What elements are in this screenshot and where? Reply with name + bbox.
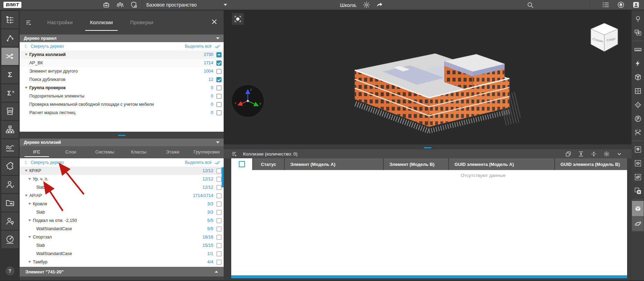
- isolate-selection-button[interactable]: [632, 142, 644, 156]
- floor-plan-button[interactable]: [632, 84, 644, 98]
- splitter-handle[interactable]: [118, 135, 126, 136]
- tree-caret-icon[interactable]: [25, 195, 28, 197]
- tree-caret-icon[interactable]: [28, 219, 31, 222]
- plugins-button[interactable]: [1, 158, 19, 175]
- chevron-down-icon[interactable]: [216, 37, 219, 39]
- shared-folder-button[interactable]: [1, 194, 19, 212]
- tree-caret-icon[interactable]: [28, 178, 31, 180]
- collision-tree-row[interactable]: Спортзал16/16: [20, 233, 224, 241]
- tree-row-checkbox[interactable]: [216, 69, 222, 74]
- rules-tree-row[interactable]: Расчет марша лестниц0: [20, 109, 224, 117]
- clash-distance-button[interactable]: 12: [632, 125, 644, 139]
- rules-tree-row[interactable]: АР_ВК1714: [20, 59, 224, 67]
- rules-tree-header[interactable]: Дерево правил: [20, 35, 224, 42]
- select-all-checkbox-cell[interactable]: [231, 158, 252, 170]
- close-icon[interactable]: [211, 18, 218, 26]
- totals-button[interactable]: Σ: [1, 66, 19, 83]
- element-bar[interactable]: Элемент "741-20": [20, 267, 224, 277]
- rules-tree-row[interactable]: Группа проверок0: [20, 84, 224, 92]
- collision-tab-слои[interactable]: Слои: [54, 146, 88, 158]
- team-icon[interactable]: [116, 1, 124, 9]
- chevron-down-icon[interactable]: [216, 141, 219, 143]
- column-header[interactable]: Статус: [253, 158, 284, 170]
- collision-tab-этажи[interactable]: Этажи: [156, 146, 190, 158]
- panel-menu-icon[interactable]: [25, 19, 33, 26]
- help-button[interactable]: ?: [6, 266, 14, 275]
- clear-selection-button[interactable]: [632, 184, 644, 198]
- tree-row-checkbox[interactable]: [216, 185, 222, 190]
- tree-caret-icon[interactable]: [25, 87, 28, 89]
- rules-tree-row[interactable]: Поиск дубликатов12: [20, 75, 224, 84]
- select-region-button[interactable]: [632, 26, 644, 39]
- tree-caret-icon[interactable]: [25, 170, 28, 172]
- tab-настройки[interactable]: Настройки: [42, 17, 78, 28]
- collision-tab-классы[interactable]: Классы: [122, 146, 156, 158]
- collision-tree-row[interactable]: Тамбур4/4: [20, 258, 224, 266]
- locate-button[interactable]: [632, 98, 644, 112]
- tree-caret-icon[interactable]: [25, 54, 28, 56]
- collapse-tree-icon[interactable]: [23, 160, 28, 165]
- double-check-icon[interactable]: [214, 44, 220, 49]
- measure-button[interactable]: [632, 43, 644, 56]
- tab-проверки[interactable]: Проверки: [125, 17, 158, 28]
- select-all-checkbox[interactable]: [239, 161, 245, 167]
- relations-button[interactable]: [1, 29, 19, 47]
- tree-row-checkbox[interactable]: [216, 210, 222, 215]
- collapse-tree-link[interactable]: Свернуть дерево: [31, 160, 64, 165]
- tree-row-checkbox[interactable]: [216, 52, 222, 57]
- collision-tree-row[interactable]: WallStandardCase1/1: [20, 250, 224, 258]
- totals-add-button[interactable]: Σ+: [1, 84, 19, 102]
- hide-selection-button[interactable]: [632, 170, 644, 184]
- tree-caret-icon[interactable]: [28, 203, 31, 205]
- collision-tab-ifc[interactable]: IFC: [20, 146, 54, 158]
- tree-row-checkbox[interactable]: [216, 60, 222, 66]
- orbit-view-button[interactable]: [632, 216, 644, 231]
- collision-tab-группировки[interactable]: Группировки: [190, 146, 224, 158]
- collision-tree-row[interactable]: КР/КР12/12: [20, 167, 224, 175]
- tree-row-checkbox[interactable]: [216, 85, 222, 91]
- collision-tree-row[interactable]: Slab3/3: [20, 208, 224, 216]
- panel-resize-handle[interactable]: [424, 147, 431, 148]
- tree-row-checkbox[interactable]: [216, 251, 222, 256]
- shaded-view-button[interactable]: [632, 201, 644, 216]
- tree-row-checkbox[interactable]: [216, 193, 222, 198]
- rules-tree-row[interactable]: Группа коллизий2730: [20, 50, 224, 59]
- model-structure-button[interactable]: [1, 11, 19, 28]
- tree-row-checkbox[interactable]: [216, 202, 222, 207]
- workspace-selector[interactable]: Базовое пространство: [146, 2, 227, 8]
- rules-tree-row[interactable]: Элемент внтури другого1004: [20, 67, 224, 75]
- collision-tree-row[interactable]: АР/АР1714/1714: [20, 191, 224, 200]
- collision-tree-row[interactable]: WallStandardCase5/5: [20, 225, 224, 233]
- building-model[interactable]: [341, 40, 520, 143]
- structure-chart-button[interactable]: [1, 121, 19, 138]
- tree-row-checkbox[interactable]: [216, 235, 222, 240]
- tree-row-checkbox[interactable]: [216, 226, 222, 232]
- select-all-link[interactable]: Выделить всё: [185, 44, 212, 49]
- table-menu-icon[interactable]: [231, 150, 238, 157]
- collapse-panel-button[interactable]: [616, 151, 623, 157]
- collision-tree-row[interactable]: Ур. ч. п.12/12: [20, 175, 224, 183]
- notifications-icon[interactable]: [617, 1, 625, 9]
- expand-rows-button[interactable]: [578, 151, 584, 157]
- project-settings-icon[interactable]: [363, 1, 370, 9]
- clash-detection-button[interactable]: [1, 48, 19, 65]
- rules-tree-row[interactable]: Проверка минимальной свободной площади с…: [20, 100, 224, 109]
- tree-row-checkbox[interactable]: [216, 102, 222, 107]
- viewport-3d[interactable]: Справа Сзади z y x: [224, 10, 632, 280]
- collapse-tree-link[interactable]: Свернуть дерево: [31, 44, 64, 49]
- column-header[interactable]: GUID элемента (Модель A): [449, 158, 554, 170]
- tree-caret-icon[interactable]: [28, 261, 31, 263]
- double-check-icon[interactable]: [214, 160, 220, 166]
- tree-row-checkbox[interactable]: [216, 243, 222, 248]
- tree-row-checkbox[interactable]: [216, 177, 222, 182]
- projects-briefcase-icon[interactable]: [103, 1, 110, 9]
- chevron-up-icon[interactable]: [215, 271, 218, 273]
- list-menu-icon[interactable]: [602, 1, 609, 9]
- copy-rows-button[interactable]: [565, 151, 572, 157]
- axis-gizmo[interactable]: z y x: [231, 84, 265, 118]
- view-2d-button[interactable]: 2D: [1, 103, 19, 120]
- account-icon[interactable]: [632, 1, 640, 9]
- collision-tab-системы[interactable]: Системы: [88, 146, 122, 158]
- collision-tree-row[interactable]: Кровля3/3: [20, 200, 224, 208]
- column-header[interactable]: Элемент (Модель A): [285, 158, 383, 170]
